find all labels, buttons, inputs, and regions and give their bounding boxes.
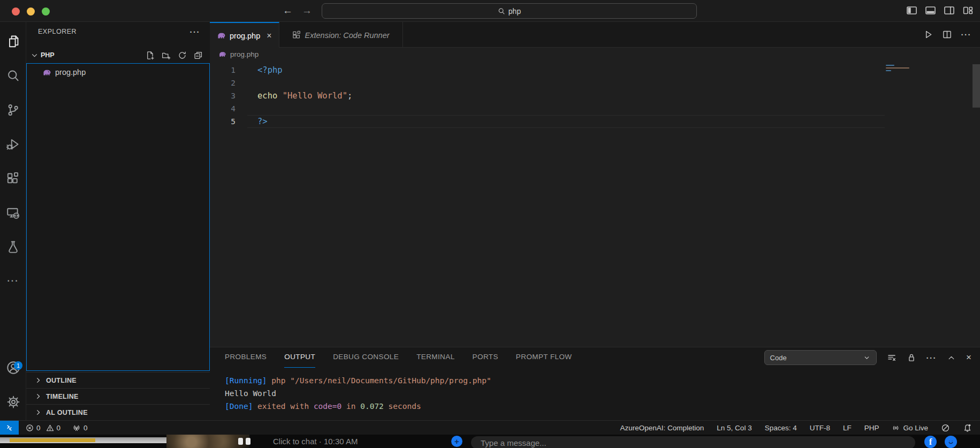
facebook-icon[interactable]: f	[924, 436, 937, 448]
folder-section-header[interactable]: PHP	[26, 48, 210, 63]
eol-sequence[interactable]: LF	[843, 424, 852, 432]
file-name: prog.php	[55, 68, 86, 77]
explorer-icon[interactable]	[0, 28, 26, 54]
go-live-button[interactable]: Go Live	[892, 424, 928, 432]
panel-tab-prompt-flow[interactable]: PROMPT FLOW	[516, 347, 572, 368]
new-folder-icon[interactable]	[162, 51, 171, 60]
close-panel-icon[interactable]: ×	[966, 352, 971, 363]
ports-indicator[interactable]: 0	[72, 423, 88, 432]
message-input[interactable]: Type a message...	[471, 436, 915, 448]
tab-label: prog.php	[230, 32, 260, 40]
file-item-prog-php[interactable]: prog.php	[27, 65, 209, 79]
breadcrumb[interactable]: prog.php	[210, 48, 980, 60]
output-line: Hello World	[225, 387, 491, 400]
background-chat-strip: Click to chat · 10:30 AM + Type a messag…	[0, 435, 980, 448]
account-badge: 1	[14, 361, 22, 370]
toggle-sidebar-icon[interactable]	[906, 5, 917, 16]
clear-output-icon[interactable]	[887, 353, 897, 362]
problems-indicator[interactable]: 0 0	[26, 424, 60, 432]
titlebar: ← → php	[0, 0, 980, 22]
copilot-disabled-icon[interactable]	[941, 423, 950, 432]
sidebar-section-outline[interactable]: OUTLINE	[26, 372, 210, 388]
output-channel-value: Code	[770, 354, 787, 362]
testing-icon[interactable]	[0, 234, 26, 260]
code-line[interactable]: 1<?php	[210, 64, 980, 77]
breadcrumb-file: prog.php	[230, 50, 259, 58]
command-center-search[interactable]: php	[322, 3, 697, 19]
line-number: 1	[210, 64, 247, 77]
bottom-panel: PROBLEMSOUTPUTDEBUG CONSOLETERMINALPORTS…	[210, 347, 980, 420]
back-arrow-button[interactable]: ←	[283, 5, 293, 17]
pause-icon[interactable]	[246, 438, 250, 445]
language-mode[interactable]: PHP	[864, 424, 879, 432]
emoji-smiley-icon[interactable]	[945, 436, 957, 448]
sidebar-section-timeline[interactable]: TIMELINE	[26, 388, 210, 404]
code-line[interactable]: 3echo "Hello World";	[210, 89, 980, 102]
line-text: ?>	[257, 115, 268, 128]
source-control-icon[interactable]	[0, 97, 26, 123]
zoom-window-button[interactable]	[42, 7, 50, 16]
more-views-icon[interactable]: ···	[0, 268, 26, 294]
run-debug-icon[interactable]	[0, 131, 26, 157]
close-window-button[interactable]	[12, 7, 20, 16]
close-tab-icon[interactable]: ×	[267, 31, 271, 41]
code-editor[interactable]: 1<?php23echo "Hello World";45?>	[210, 60, 980, 347]
editor-more-icon[interactable]: ···	[961, 30, 972, 39]
pause-icon[interactable]	[238, 438, 243, 445]
collapse-folders-icon[interactable]	[194, 51, 203, 60]
search-icon	[498, 7, 505, 15]
chevron-right-icon	[34, 392, 42, 400]
output-channel-select[interactable]: Code	[764, 350, 877, 365]
code-line[interactable]: 4	[210, 102, 980, 115]
toggle-panel-icon[interactable]	[925, 5, 936, 16]
sidebar-section-al-outline[interactable]: AL OUTLINE	[26, 404, 210, 420]
minimize-window-button[interactable]	[27, 7, 35, 16]
refresh-icon[interactable]	[178, 51, 187, 60]
file-tree: prog.php	[26, 63, 210, 371]
warning-count: 0	[57, 424, 61, 432]
remote-indicator[interactable]	[0, 421, 19, 435]
panel-tab-problems[interactable]: PROBLEMS	[225, 347, 267, 368]
lock-scroll-icon[interactable]	[907, 353, 916, 362]
run-file-icon[interactable]	[923, 29, 933, 40]
azure-openai-status[interactable]: AzureOpenAI: Completion	[620, 424, 704, 432]
panel-tab-output[interactable]: OUTPUT	[284, 347, 315, 368]
account-icon[interactable]	[0, 355, 26, 381]
split-editor-icon[interactable]	[942, 29, 952, 40]
cursor-position[interactable]: Ln 5, Col 3	[717, 424, 751, 432]
folder-name: PHP	[41, 51, 55, 59]
new-file-icon[interactable]	[146, 51, 155, 60]
search-view-icon[interactable]	[0, 63, 26, 88]
code-line[interactable]: 2	[210, 77, 980, 89]
tab-prog-php[interactable]: prog.php ×	[210, 22, 279, 48]
tab-extension-code-runner[interactable]: Extension: Code Runner	[279, 22, 403, 48]
minimap[interactable]	[886, 65, 918, 86]
forward-arrow-button[interactable]: →	[302, 5, 312, 17]
settings-gear-icon[interactable]	[0, 389, 26, 415]
tab-label: Extension: Code Runner	[305, 31, 390, 40]
notifications-bell-icon[interactable]	[963, 423, 972, 432]
output-console[interactable]: [Running] php "/Users/neil/Documents/Git…	[210, 374, 491, 413]
remote-explorer-icon[interactable]	[0, 200, 26, 225]
toggle-secondary-sidebar-icon[interactable]	[944, 5, 955, 16]
extensions-icon[interactable]	[0, 165, 26, 191]
editor-scrollbar[interactable]	[973, 64, 980, 108]
encoding[interactable]: UTF-8	[810, 424, 830, 432]
indentation[interactable]: Spaces: 4	[765, 424, 797, 432]
maximize-panel-icon[interactable]	[947, 353, 956, 362]
explorer-sidebar: EXPLORER ··· PHP prog.php	[26, 22, 210, 420]
panel-tab-bar: PROBLEMSOUTPUTDEBUG CONSOLETERMINALPORTS…	[225, 347, 572, 368]
error-count: 0	[36, 424, 41, 432]
chat-status-text[interactable]: Click to chat · 10:30 AM	[273, 437, 358, 446]
panel-tab-terminal[interactable]: TERMINAL	[416, 347, 454, 368]
panel-tab-debug-console[interactable]: DEBUG CONSOLE	[333, 347, 399, 368]
sidebar-more-icon[interactable]: ···	[190, 27, 201, 36]
editor-area: prog.php × Extension: Code Runner ··· pr…	[210, 22, 980, 347]
panel-tab-ports[interactable]: PORTS	[473, 347, 498, 368]
chevron-down-icon	[863, 354, 871, 362]
panel-more-icon[interactable]: ···	[926, 353, 937, 362]
customize-layout-icon[interactable]	[962, 5, 974, 16]
code-line[interactable]: 5?>	[210, 115, 980, 128]
extensions-icon	[292, 31, 301, 40]
video-thumbnail[interactable]	[166, 435, 249, 448]
